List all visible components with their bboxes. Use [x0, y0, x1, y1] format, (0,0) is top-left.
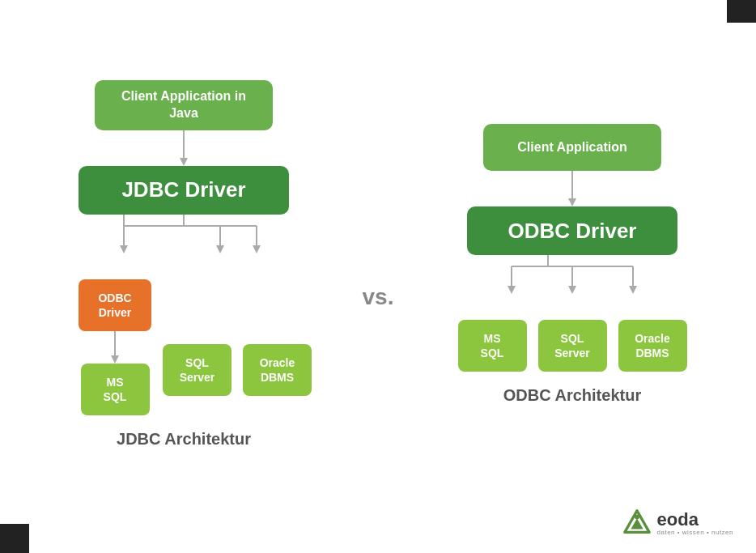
jdbc-arch-label: JDBC Architektur [117, 430, 251, 449]
jdbc-odbc-driver-label: ODBC Driver [98, 291, 131, 320]
svg-marker-7 [216, 245, 224, 253]
jdbc-odbc-driver-box: ODBC Driver [79, 279, 151, 331]
eoda-logo-text: eoda daten • wissen • nutzen [657, 510, 733, 537]
odbc-sqlserver-label: SQL Server [554, 331, 590, 360]
odbc-mssql-label: MS SQL [481, 331, 504, 360]
eoda-name: eoda [657, 510, 733, 530]
vs-label: vs. [338, 219, 418, 310]
svg-marker-19 [568, 286, 576, 294]
arrow-client-to-jdbc [180, 130, 188, 166]
jdbc-side: Client Application in Java JDBC Driver [30, 80, 338, 449]
odbc-branch-arrows [467, 255, 677, 320]
odbc-client-app-label: Client Application [517, 139, 626, 156]
diagram-container: Client Application in Java JDBC Driver [0, 0, 756, 553]
odbc-driver-label: ODBC Driver [508, 219, 637, 244]
eoda-logo-icon [622, 508, 652, 538]
odbc-sqlserver-box: SQL Server [538, 320, 607, 372]
eoda-tagline: daten • wissen • nutzen [657, 530, 733, 537]
corner-decoration-tr [727, 0, 756, 23]
jdbc-driver-label: JDBC Driver [121, 177, 245, 202]
odbc-mssql-box: MS SQL [458, 320, 527, 372]
corner-decoration-bl [0, 524, 29, 553]
odbc-driver-box: ODBC Driver [467, 206, 677, 255]
odbc-arch-label: ODBC Architektur [503, 386, 641, 405]
eoda-logo: eoda daten • wissen • nutzen [622, 508, 733, 538]
jdbc-oracle-label: Oracle DBMS [260, 355, 295, 385]
odbc-side: Client Application ODBC Driver [418, 124, 726, 405]
svg-marker-1 [180, 158, 188, 166]
svg-marker-11 [111, 355, 119, 364]
jdbc-mssql-label: MS SQL [104, 375, 127, 404]
odbc-client-app-box: Client Application [483, 124, 661, 171]
jdbc-client-app-label: Client Application in Java [108, 88, 260, 122]
svg-point-24 [635, 515, 639, 520]
jdbc-branch-arrows [79, 215, 289, 279]
odbc-db-row: MS SQL SQL Server Oracle DBMS [458, 320, 687, 372]
svg-marker-9 [253, 245, 261, 253]
jdbc-oracle-box: Oracle DBMS [243, 344, 312, 396]
svg-marker-13 [568, 198, 576, 206]
jdbc-mssql-box: MS SQL [81, 364, 150, 415]
svg-marker-3 [120, 245, 128, 253]
jdbc-client-app-box: Client Application in Java [95, 80, 273, 130]
arrow-client-to-odbc [568, 171, 576, 206]
odbc-oracle-box: Oracle DBMS [618, 320, 687, 372]
jdbc-sqlserver-label: SQL Server [180, 355, 215, 385]
jdbc-sqlserver-box: SQL Server [163, 344, 231, 396]
odbc-oracle-label: Oracle DBMS [635, 331, 670, 360]
svg-marker-21 [629, 286, 637, 294]
arrow-odbc-to-mssql [111, 331, 119, 364]
jdbc-driver-box: JDBC Driver [79, 166, 289, 215]
svg-marker-17 [508, 286, 516, 294]
